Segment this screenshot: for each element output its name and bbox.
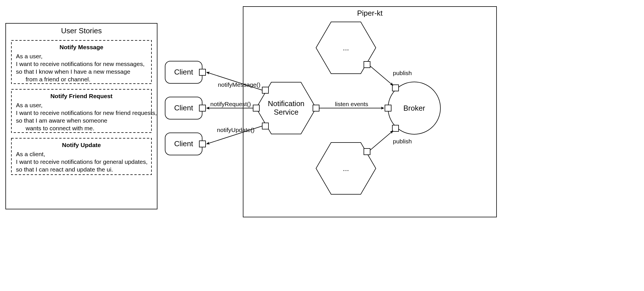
arrow-label: publish bbox=[393, 138, 412, 145]
client-3: Client bbox=[165, 133, 206, 155]
other-label: ... bbox=[343, 164, 349, 173]
arrow-label: notifyMessage() bbox=[218, 81, 260, 88]
story-title: Notify Message bbox=[60, 44, 103, 50]
story-line: so that I know when I have a new message bbox=[16, 68, 130, 75]
story-line: As a user, bbox=[16, 102, 42, 108]
port-icon bbox=[253, 105, 259, 111]
story-notify-message: Notify Message As a user, I want to rece… bbox=[11, 40, 151, 84]
story-line: so that I can react and update the ui. bbox=[16, 166, 113, 173]
user-stories-panel: User Stories Notify Message As a user, I… bbox=[6, 23, 157, 209]
port-icon bbox=[385, 105, 391, 111]
other-label: ... bbox=[343, 44, 349, 52]
broker-label: Broker bbox=[403, 104, 425, 112]
client-2: Client bbox=[165, 97, 206, 119]
client-1: Client bbox=[165, 61, 206, 83]
arrow-label: publish bbox=[393, 70, 412, 76]
port-icon bbox=[364, 61, 370, 68]
port-icon bbox=[262, 123, 268, 129]
client-label: Client bbox=[174, 68, 193, 76]
story-notify-friend-request: Notify Friend Request As a user, I want … bbox=[11, 89, 157, 133]
arrow-label: notifyUpdate() bbox=[217, 127, 255, 133]
port-icon bbox=[199, 141, 206, 147]
story-line: I want to receive notifications for new … bbox=[16, 61, 145, 67]
system-title: Piper-kt bbox=[357, 9, 383, 17]
story-line: I want to receive notifications for gene… bbox=[16, 158, 147, 165]
client-label: Client bbox=[174, 104, 193, 112]
user-stories-title: User Stories bbox=[61, 26, 102, 35]
story-line: wants to connect with me. bbox=[25, 125, 95, 131]
story-title: Notify Update bbox=[62, 142, 101, 148]
port-icon bbox=[199, 69, 206, 75]
story-line: so that I am aware when someone bbox=[16, 117, 107, 124]
port-icon bbox=[392, 125, 399, 131]
story-title: Notify Friend Request bbox=[50, 93, 112, 99]
port-icon bbox=[199, 105, 206, 111]
story-line: from a friend or channel. bbox=[26, 76, 91, 82]
service-label-2: Service bbox=[274, 108, 299, 116]
port-icon bbox=[313, 105, 319, 111]
client-label: Client bbox=[174, 139, 193, 148]
story-line: As a client, bbox=[16, 151, 45, 157]
port-icon bbox=[364, 148, 370, 155]
port-icon bbox=[392, 85, 399, 91]
story-line: As a user, bbox=[16, 53, 42, 59]
service-label-1: Notification bbox=[268, 99, 305, 108]
arrow-label: notifyRequest() bbox=[210, 101, 251, 107]
port-icon bbox=[262, 87, 268, 93]
arrow-label: listen events bbox=[335, 101, 368, 107]
story-line: I want to receive notifications for new … bbox=[16, 110, 157, 116]
arrow-notify-request: notifyRequest() bbox=[207, 101, 253, 108]
broker-node: Broker bbox=[385, 82, 440, 134]
story-notify-update: Notify Update As a client, I want to rec… bbox=[11, 138, 151, 175]
